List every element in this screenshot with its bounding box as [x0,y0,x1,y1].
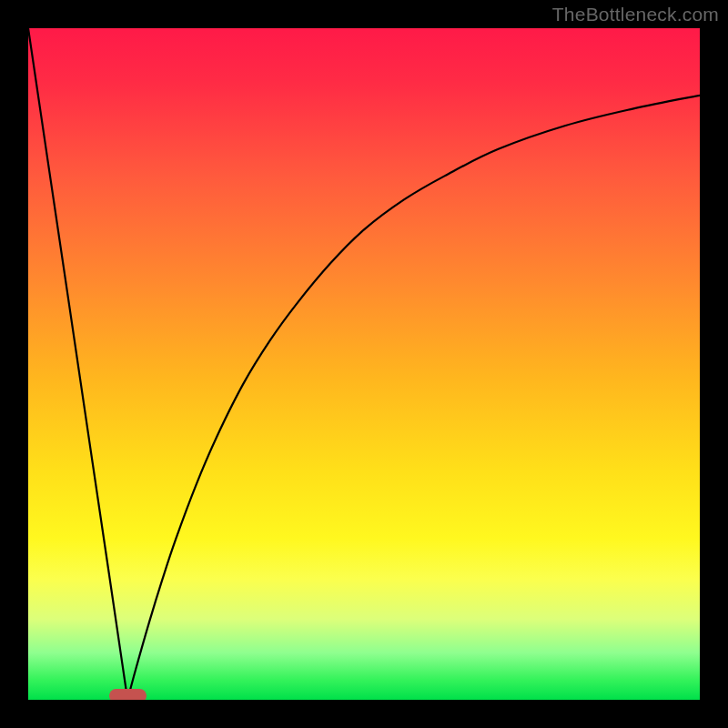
curve-right-branch [127,96,700,700]
chart-frame: TheBottleneck.com [0,0,728,728]
curve-layer [28,28,700,700]
watermark-text: TheBottleneck.com [552,4,719,25]
plot-area [28,28,700,700]
bottom-marker [109,689,147,700]
curve-left-branch [28,28,127,700]
